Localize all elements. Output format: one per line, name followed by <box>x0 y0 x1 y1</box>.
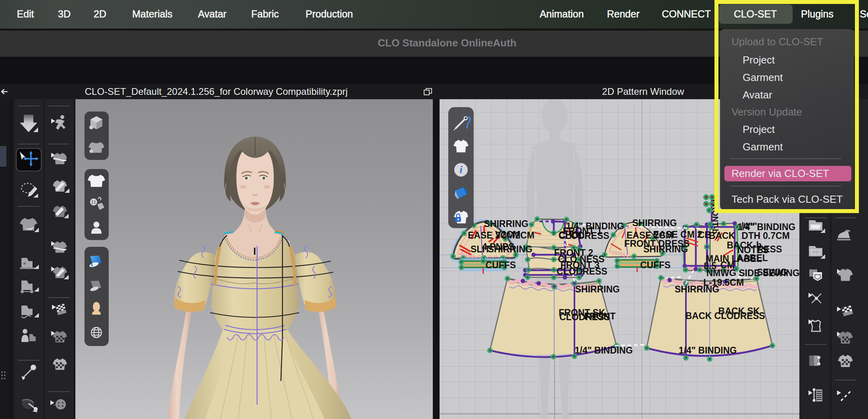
svg-text:i: i <box>459 164 463 175</box>
